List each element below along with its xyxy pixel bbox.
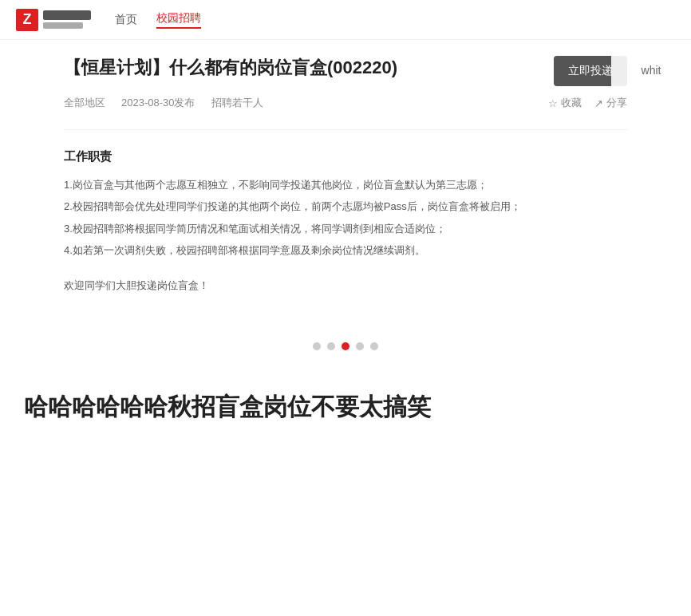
save-action[interactable]: ☆ 收藏 [548, 96, 582, 110]
job-section: 工作职责 1.岗位盲盒与其他两个志愿互相独立，不影响同学投递其他岗位，岗位盲盒默… [64, 149, 627, 294]
brand-sub [43, 22, 83, 29]
section-title: 工作职责 [64, 149, 627, 164]
job-recruit-count: 招聘若干人 [211, 96, 263, 110]
job-desc-list: 1.岗位盲盒与其他两个志愿互相独立，不影响同学投递其他岗位，岗位盲盒默认为第三志… [64, 176, 627, 260]
nav: 首页 校园招聘 [115, 11, 201, 29]
save-label: 收藏 [561, 96, 582, 110]
corner-text-overlay: whit [611, 48, 691, 92]
brand-name [43, 10, 91, 20]
dot-4[interactable] [356, 342, 364, 350]
logo-text [43, 10, 91, 29]
star-icon: ☆ [548, 97, 558, 109]
main-content: 【恒星计划】什么都有的岗位盲盒(002220) 立即投递 全部地区 2023-0… [0, 40, 691, 390]
brand-icon: Z [16, 9, 38, 31]
logo-area: Z [16, 9, 91, 31]
job-publish-date: 2023-08-30发布 [121, 96, 195, 110]
bottom-headline: 哈哈哈哈哈哈秋招盲盒岗位不要太搞笑 [0, 390, 691, 424]
dot-5[interactable] [370, 342, 378, 350]
nav-campus[interactable]: 校园招聘 [156, 11, 201, 29]
dot-2[interactable] [327, 342, 335, 350]
dot-1[interactable] [313, 342, 321, 350]
pagination-dots [64, 342, 627, 350]
header: Z 首页 校园招聘 [0, 0, 691, 40]
list-item: 3.校园招聘部将根据同学简历情况和笔面试相关情况，将同学调剂到相应合适岗位； [64, 219, 627, 238]
job-meta-right: ☆ 收藏 ↗ 分享 [548, 96, 627, 110]
share-label: 分享 [606, 96, 627, 110]
welcome-text: 欢迎同学们大胆投递岗位盲盒！ [64, 276, 627, 294]
share-action[interactable]: ↗ 分享 [594, 96, 627, 110]
share-icon: ↗ [594, 97, 603, 109]
divider [64, 129, 627, 130]
job-meta-left: 全部地区 2023-08-30发布 招聘若干人 [64, 96, 263, 110]
nav-home[interactable]: 首页 [115, 13, 137, 27]
job-location: 全部地区 [64, 96, 105, 110]
job-meta: 全部地区 2023-08-30发布 招聘若干人 ☆ 收藏 ↗ 分享 [64, 96, 627, 110]
list-item: 1.岗位盲盒与其他两个志愿互相独立，不影响同学投递其他岗位，岗位盲盒默认为第三志… [64, 176, 627, 194]
list-item: 4.如若第一次调剂失败，校园招聘部将根据同学意愿及剩余岗位情况继续调剂。 [64, 241, 627, 259]
list-item: 2.校园招聘部会优先处理同学们投递的其他两个岗位，前两个志愿均被Pass后，岗位… [64, 197, 627, 215]
job-title: 【恒星计划】什么都有的岗位盲盒(002220) [64, 56, 538, 80]
dot-3-active[interactable] [342, 342, 349, 350]
job-title-section: 【恒星计划】什么都有的岗位盲盒(002220) 立即投递 [64, 56, 627, 86]
